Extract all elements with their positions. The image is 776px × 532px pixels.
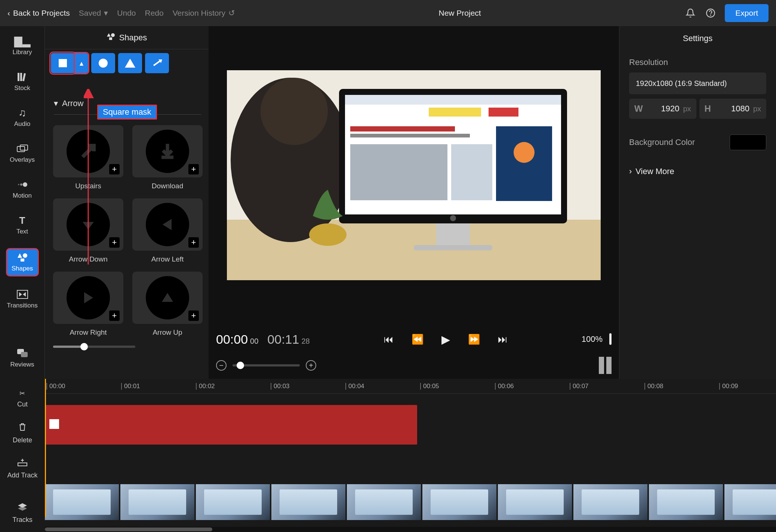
circle-mask-button[interactable] — [91, 53, 115, 73]
preview-zoom: 100% — [582, 334, 612, 344]
thumbnail-size-slider[interactable] — [53, 346, 135, 348]
triangle-mask-button[interactable] — [118, 53, 142, 73]
timeline-zoom-slider[interactable] — [233, 364, 300, 366]
notifications-icon[interactable] — [684, 7, 696, 19]
add-icon[interactable]: + — [109, 310, 120, 321]
add-icon[interactable]: + — [188, 310, 199, 321]
square-mask-button[interactable] — [51, 53, 75, 73]
shape-upstairs[interactable]: + Upstairs — [53, 125, 123, 190]
svg-rect-17 — [21, 352, 28, 357]
panel-thumb-size — [45, 343, 209, 354]
ruler-tick: 00:08 — [644, 379, 663, 394]
shape-arrow-left[interactable]: + Arrow Left — [132, 198, 203, 263]
ruler-tick: 00:04 — [345, 379, 364, 394]
rail-text[interactable]: T Text — [6, 212, 39, 238]
timeline[interactable]: 00:0000:0100:0200:0300:0400:0500:0600:07… — [45, 379, 776, 532]
cut-button[interactable]: ✂ Cut — [17, 389, 28, 408]
redo-button[interactable]: Redo — [145, 9, 163, 18]
shape-label: Arrow Up — [153, 328, 182, 337]
play-icon[interactable]: ▶ — [441, 333, 450, 346]
rail-stock[interactable]: Stock — [6, 69, 39, 95]
save-status[interactable]: Saved ▾ — [79, 9, 108, 18]
zoom-percent-label[interactable]: 100% — [582, 334, 603, 344]
mask-dropdown-toggle[interactable]: ▴ — [75, 53, 88, 73]
svg-point-7 — [23, 182, 27, 187]
add-icon[interactable]: + — [188, 164, 199, 174]
add-track-button[interactable]: Add Track — [7, 458, 37, 479]
resolution-dropdown[interactable]: 1920x1080 (16:9 Standard) — [629, 72, 766, 94]
layers-icon — [18, 503, 27, 513]
rail-library[interactable]: ▇▂ Library — [6, 33, 39, 59]
rail-shapes[interactable]: Shapes — [6, 248, 39, 276]
trash-icon — [18, 423, 27, 433]
svg-marker-22 — [163, 219, 172, 230]
duration-time: 00:11 — [267, 332, 299, 346]
svg-rect-20 — [109, 37, 112, 40]
rewind-icon[interactable]: ⏪ — [412, 334, 424, 345]
shape-label: Download — [152, 182, 184, 190]
shape-label: Upstairs — [75, 182, 101, 190]
undo-button[interactable]: Undo — [117, 9, 136, 18]
tracks-button[interactable]: Tracks — [12, 503, 32, 524]
view-more-toggle[interactable]: › View More — [629, 167, 766, 176]
clip-thumbnail — [724, 484, 776, 520]
back-to-projects[interactable]: ‹ Back to Projects — [7, 9, 70, 18]
timeline-scrollbar[interactable] — [45, 527, 776, 532]
chevron-down-icon: ▾ — [54, 99, 58, 108]
go-end-icon[interactable]: ⏭ — [498, 334, 508, 345]
folder-icon: ▇▂ — [16, 36, 29, 46]
shape-arrow-up[interactable]: + Arrow Up — [132, 272, 203, 337]
rail-overlays[interactable]: Overlays — [6, 140, 39, 167]
add-icon[interactable]: + — [109, 237, 120, 248]
ruler-tick: 00:03 — [271, 379, 290, 394]
timeline-area: ✂ Cut Delete Add Track Tracks 00:0000:01… — [0, 379, 776, 532]
width-field[interactable]: W 1920 px — [629, 99, 696, 119]
shape-arrow-right[interactable]: + Arrow Right — [53, 272, 123, 337]
ruler-tick: 00:00 — [46, 379, 65, 394]
add-icon[interactable]: + — [188, 237, 199, 248]
rail-motion-label: Motion — [13, 192, 32, 200]
zoom-in-icon[interactable]: + — [306, 360, 316, 371]
settings-title: Settings — [629, 26, 766, 53]
books-icon — [16, 72, 29, 82]
video-clip-track[interactable] — [45, 484, 776, 522]
delete-button[interactable]: Delete — [13, 423, 32, 444]
svg-point-41 — [514, 142, 535, 163]
shape-clip[interactable] — [45, 405, 417, 445]
forward-icon[interactable]: ⏩ — [468, 334, 480, 345]
go-start-icon[interactable]: ⏮ — [384, 334, 394, 345]
svg-point-19 — [111, 33, 115, 37]
overlays-icon — [16, 143, 29, 154]
video-preview[interactable] — [227, 70, 601, 280]
clip-thumbnail — [45, 484, 119, 520]
svg-marker-10 — [18, 253, 22, 258]
pen-mask-button[interactable] — [145, 53, 169, 73]
playhead[interactable] — [45, 379, 46, 517]
height-field[interactable]: H 1080 px — [699, 99, 767, 119]
clip-thumbnail — [271, 484, 345, 520]
svg-rect-36 — [350, 126, 455, 132]
add-icon[interactable]: + — [109, 164, 120, 174]
help-icon[interactable] — [705, 7, 717, 19]
shape-arrow-down[interactable]: + Arrow Down — [53, 198, 123, 263]
time-ruler[interactable]: 00:0000:0100:0200:0300:0400:0500:0600:07… — [45, 379, 776, 394]
track-height-toggle[interactable] — [599, 357, 612, 374]
rail-audio[interactable]: ♫ Audio — [6, 105, 39, 131]
project-title[interactable]: New Project — [244, 9, 675, 18]
saved-label: Saved — [79, 9, 101, 18]
rail-motion[interactable]: Motion — [6, 176, 39, 202]
export-button[interactable]: Export — [725, 4, 769, 22]
rail-library-label: Library — [13, 49, 32, 56]
rail-reviews[interactable]: Reviews — [6, 345, 39, 371]
rail-overlays-label: Overlays — [10, 156, 35, 164]
clip-thumbnail — [649, 484, 723, 520]
rail-transitions[interactable]: Transitions — [6, 286, 39, 312]
version-history-button[interactable]: Version History ↺ — [173, 9, 235, 18]
bg-color-swatch[interactable] — [730, 134, 766, 150]
duration-frames: 28 — [301, 337, 310, 345]
fullscreen-icon[interactable] — [609, 334, 612, 344]
shape-download[interactable]: + Download — [132, 125, 203, 190]
scissors-icon: ✂ — [19, 389, 25, 398]
ruler-tick: 00:05 — [420, 379, 439, 394]
zoom-out-icon[interactable]: − — [216, 360, 227, 371]
